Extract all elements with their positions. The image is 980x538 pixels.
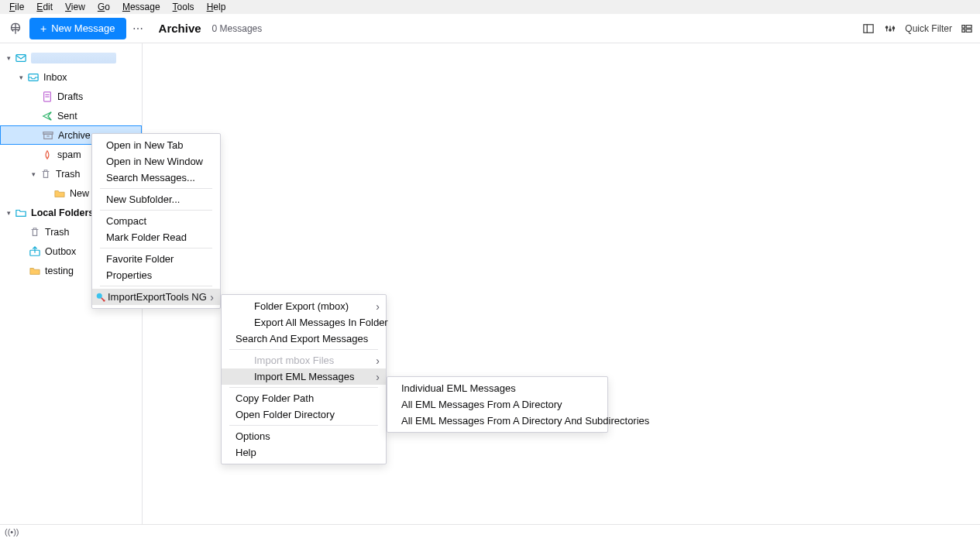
folder-label: Trash [45, 227, 70, 238]
import-eml-submenu: Individual EML Messages All EML Messages… [387, 376, 608, 433]
plus-icon: + [40, 22, 46, 35]
menu-import-mbox: Import mbox Files [222, 352, 386, 368]
outbox-icon [28, 246, 42, 257]
menu-mark-folder-read[interactable]: Mark Folder Read [92, 229, 220, 245]
folder-label: Trash [56, 169, 81, 180]
menu-folder-export[interactable]: Folder Export (mbox) [222, 298, 386, 314]
svg-rect-9 [962, 29, 965, 32]
archive-icon [41, 130, 55, 141]
import-export-icon [95, 292, 106, 303]
folder-icon [14, 207, 28, 218]
svg-rect-8 [962, 25, 965, 28]
online-status-icon[interactable]: ((•)) [5, 527, 19, 536]
message-menu[interactable]: Message [116, 1, 167, 13]
menu-search-messages[interactable]: Search Messages... [92, 170, 220, 186]
menu-open-new-tab[interactable]: Open in New Tab [92, 137, 220, 153]
folder-label: Drafts [57, 91, 83, 102]
trash-icon [28, 227, 42, 238]
inbox-icon [26, 72, 40, 83]
menu-new-subfolder[interactable]: New Subfolder... [92, 191, 220, 207]
folder-label: Local Folders [31, 207, 94, 218]
folder-label: Inbox [43, 72, 67, 83]
menu-options[interactable]: Options [222, 428, 386, 444]
folder-inbox[interactable]: ▾ Inbox [0, 67, 142, 87]
display-options-icon[interactable] [960, 22, 974, 36]
new-message-button[interactable]: + New Message [29, 18, 126, 39]
folder-context-menu: Open in New Tab Open in New Window Searc… [91, 133, 221, 309]
help-menu[interactable]: Help [201, 1, 232, 13]
edit-menu[interactable]: Edit [30, 1, 59, 13]
menu-help[interactable]: Help [222, 444, 386, 461]
sent-icon [40, 111, 54, 122]
trash-icon [39, 169, 53, 180]
spam-icon [40, 149, 54, 160]
file-menu[interactable]: File [3, 1, 30, 13]
chevron-down-icon[interactable]: ▾ [3, 54, 14, 62]
new-message-label: New Message [51, 22, 115, 34]
folder-drafts[interactable]: Drafts [0, 87, 142, 106]
svg-point-21 [97, 293, 102, 298]
page-title: Archive [159, 22, 201, 35]
menubar: File Edit View Go Message Tools Help [0, 0, 980, 14]
folder-icon [28, 266, 42, 276]
filter-icon[interactable] [883, 22, 897, 36]
chevron-down-icon[interactable]: ▾ [28, 170, 39, 178]
svg-rect-0 [864, 24, 873, 33]
message-count: 0 Messages [212, 23, 263, 34]
account-name-redacted [31, 53, 116, 63]
spaces-icon[interactable] [6, 19, 25, 38]
menu-open-new-window[interactable]: Open in New Window [92, 153, 220, 170]
go-menu[interactable]: Go [91, 1, 116, 13]
chevron-down-icon[interactable]: ▾ [15, 74, 26, 81]
menu-all-eml-dir-sub[interactable]: All EML Messages From A Directory And Su… [387, 413, 607, 429]
folder-label: Outbox [45, 246, 76, 257]
tools-menu[interactable]: Tools [167, 1, 201, 13]
svg-rect-10 [966, 25, 971, 28]
menu-search-export[interactable]: Search And Export Messages [222, 331, 386, 347]
svg-point-6 [889, 29, 891, 30]
view-menu[interactable]: View [59, 1, 91, 13]
statusbar: ((•)) [0, 524, 980, 538]
toolbar-overflow-button[interactable]: ⋯ [131, 22, 146, 35]
column-picker-icon[interactable] [861, 22, 875, 36]
chevron-down-icon[interactable]: ▾ [3, 209, 14, 217]
menu-all-eml-dir[interactable]: All EML Messages From A Directory [387, 396, 607, 413]
menu-import-eml[interactable]: Import EML Messages [222, 368, 386, 385]
menu-favorite-folder[interactable]: Favorite Folder [92, 251, 220, 267]
toolbar: + New Message ⋯ Archive 0 Messages Quick… [0, 14, 980, 43]
menu-copy-folder-path[interactable]: Copy Folder Path [222, 390, 386, 406]
account-row[interactable]: ▾ [0, 48, 142, 67]
folder-icon [53, 188, 67, 199]
svg-point-5 [886, 26, 888, 28]
folder-sent[interactable]: Sent [0, 106, 142, 125]
quick-filter-button[interactable]: Quick Filter [905, 23, 952, 34]
import-export-submenu: Folder Export (mbox) Export All Messages… [221, 294, 387, 464]
folder-label: Sent [57, 111, 77, 122]
account-icon [14, 53, 28, 63]
menu-properties[interactable]: Properties [92, 267, 220, 283]
drafts-icon [40, 91, 54, 102]
menu-export-all[interactable]: Export All Messages In Folder [222, 314, 386, 331]
menu-import-export-tools[interactable]: ImportExportTools NG [92, 289, 220, 305]
svg-rect-11 [966, 29, 971, 32]
folder-label: testing [45, 266, 74, 276]
svg-rect-12 [16, 54, 26, 61]
folder-label: spam [57, 149, 81, 160]
svg-point-7 [892, 26, 894, 28]
menu-open-folder-dir[interactable]: Open Folder Directory [222, 406, 386, 423]
menu-compact[interactable]: Compact [92, 213, 220, 229]
folder-label: Archive [58, 130, 91, 141]
menu-individual-eml[interactable]: Individual EML Messages [387, 380, 607, 396]
